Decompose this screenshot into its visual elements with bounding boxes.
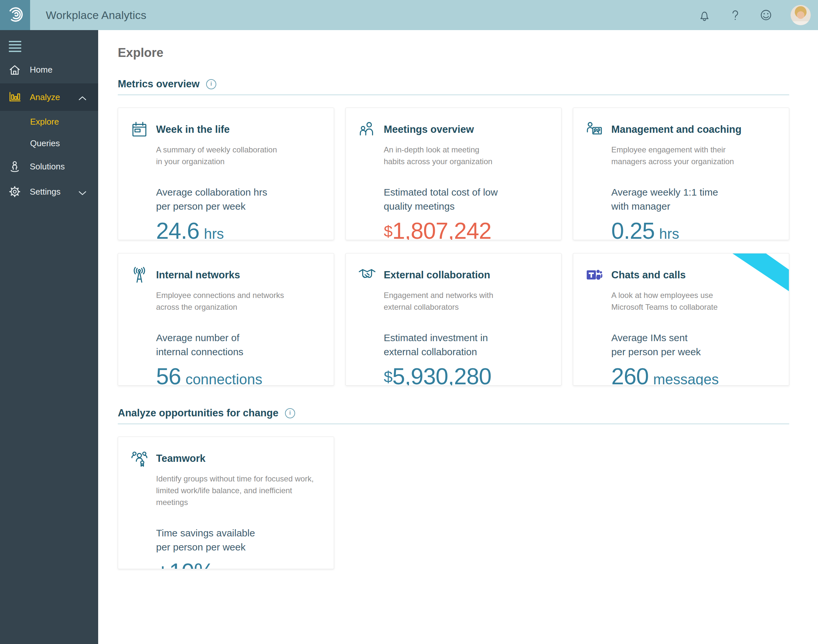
metric-number: 56 xyxy=(156,364,181,386)
meetings-people-icon xyxy=(358,121,384,140)
card-title: Internal networks xyxy=(156,267,321,285)
metric-unit: messages xyxy=(653,371,719,386)
card-chats-and-calls[interactable]: Chats and calls A look at how employees … xyxy=(573,253,789,386)
metric-label: Average weekly 1:1 time with manager xyxy=(611,185,776,213)
home-icon xyxy=(9,64,21,75)
calendar-icon xyxy=(130,121,156,140)
card-description: Engagement and networks with external co… xyxy=(384,290,548,313)
app-logo[interactable] xyxy=(0,0,30,30)
help-icon[interactable] xyxy=(729,9,741,21)
user-avatar[interactable] xyxy=(790,5,811,25)
card-external-collaboration[interactable]: External collaboration Engagement and ne… xyxy=(345,253,562,386)
card-management-and-coaching[interactable]: Management and coaching Employee engagem… xyxy=(573,107,789,240)
metric-label: Average IMs sent per person per week xyxy=(611,331,776,359)
card-title: Teamwork xyxy=(156,450,321,469)
management-coaching-icon xyxy=(586,121,611,140)
solutions-icon xyxy=(9,161,21,172)
card-meetings-overview[interactable]: Meetings overview An in-depth look at me… xyxy=(345,107,562,240)
smiley-feedback-icon[interactable] xyxy=(760,9,772,21)
metric-value: 56connections xyxy=(156,363,321,386)
card-title: Chats and calls xyxy=(611,267,776,285)
teamwork-icon xyxy=(130,450,156,469)
topbar-actions xyxy=(698,5,818,25)
sidebar-nav: Home Analyze Explore Queries Solutions xyxy=(0,56,98,204)
sidebar-item-explore[interactable]: Explore xyxy=(0,111,98,132)
sidebar-item-label: Solutions xyxy=(30,162,65,172)
sidebar-item-analyze[interactable]: Analyze xyxy=(0,83,98,111)
sidebar-item-label: Queries xyxy=(30,138,60,149)
info-icon[interactable] xyxy=(285,408,295,418)
sidebar-item-label: Explore xyxy=(30,117,59,127)
currency-symbol: $ xyxy=(384,222,392,240)
metric-number: 260 xyxy=(611,364,649,386)
top-bar: Workplace Analytics xyxy=(0,0,818,30)
chevron-up-icon[interactable] xyxy=(78,94,87,100)
sidebar-item-settings[interactable]: Settings xyxy=(0,179,98,204)
currency-symbol: $ xyxy=(384,368,392,386)
card-description: An in-depth look at meeting habits acros… xyxy=(384,144,548,167)
section-divider xyxy=(118,95,789,95)
metrics-section: Metrics overview Week in the life A summ… xyxy=(118,78,789,386)
card-week-in-the-life[interactable]: Week in the life A summary of weekly col… xyxy=(118,107,334,240)
chevron-down-icon[interactable] xyxy=(78,189,87,195)
sidebar-item-label: Analyze xyxy=(30,92,60,103)
sidebar-item-home[interactable]: Home xyxy=(0,56,98,83)
sidebar-item-label: Settings xyxy=(30,187,61,197)
section-divider xyxy=(118,423,789,424)
metric-value: $1,807,242 xyxy=(384,218,548,240)
metric-label: Estimated total cost of low quality meet… xyxy=(384,185,548,213)
metric-number: 1,807,242 xyxy=(392,218,491,240)
workplace-analytics-logo-icon xyxy=(6,5,24,25)
metric-label: Average collaboration hrs per person per… xyxy=(156,185,321,213)
hamburger-menu-icon[interactable] xyxy=(9,41,21,52)
metric-value: 24.6hrs xyxy=(156,218,321,240)
analyze-bar-chart-icon xyxy=(9,91,21,103)
info-icon[interactable] xyxy=(206,79,216,89)
metric-number: 0.25 xyxy=(611,218,654,240)
metric-value: +10% xyxy=(156,559,321,569)
metric-number: 5,930,280 xyxy=(392,364,491,386)
card-internal-networks[interactable]: Internal networks Employee connections a… xyxy=(118,253,334,386)
card-teamwork[interactable]: Teamwork Identify groups without time fo… xyxy=(118,437,334,569)
card-description: A summary of weekly collaboration in you… xyxy=(156,144,321,167)
sidebar: Home Analyze Explore Queries Solutions xyxy=(0,30,98,644)
card-title: Meetings overview xyxy=(384,121,548,140)
card-description: Identify groups without time for focused… xyxy=(156,473,321,508)
metric-label: Estimated investment in external collabo… xyxy=(384,331,548,359)
metric-number: +10% xyxy=(156,559,214,569)
sidebar-item-label: Home xyxy=(30,65,52,75)
metric-label: Time savings available per person per we… xyxy=(156,526,321,554)
card-title: External collaboration xyxy=(384,267,548,285)
gear-icon xyxy=(9,186,21,198)
metric-value: 260messages xyxy=(611,363,776,386)
card-title: Week in the life xyxy=(156,121,321,140)
card-description: Employee connections and networks across… xyxy=(156,290,321,313)
network-tower-icon xyxy=(130,267,156,285)
metric-number: 24.6 xyxy=(156,218,199,240)
metric-value: $5,930,280 xyxy=(384,363,548,386)
card-description: A look at how employees use Microsoft Te… xyxy=(611,290,776,313)
handshake-icon xyxy=(358,267,384,285)
sidebar-item-solutions[interactable]: Solutions xyxy=(0,154,98,179)
metric-value: 0.25hrs xyxy=(611,218,776,240)
metric-unit: hrs xyxy=(659,226,679,240)
section-heading: Analyze opportunities for change xyxy=(118,407,278,419)
sidebar-item-queries[interactable]: Queries xyxy=(0,132,98,154)
card-title: Management and coaching xyxy=(611,121,776,140)
metrics-section: Analyze opportunities for change Teamwor… xyxy=(118,407,789,569)
card-description: Employee engagement with their managers … xyxy=(611,144,776,167)
metric-unit: connections xyxy=(186,371,262,386)
app-title: Workplace Analytics xyxy=(46,9,146,21)
teams-logo-icon xyxy=(586,267,611,285)
bell-icon[interactable] xyxy=(698,9,711,21)
metric-label: Average number of internal connections xyxy=(156,331,321,359)
page-title: Explore xyxy=(118,46,789,60)
main-content: Explore Metrics overview Week in the lif… xyxy=(98,30,818,644)
section-heading: Metrics overview xyxy=(118,78,200,90)
metric-unit: hrs xyxy=(204,226,224,240)
card-grid: Teamwork Identify groups without time fo… xyxy=(118,437,789,569)
card-grid: Week in the life A summary of weekly col… xyxy=(118,107,789,386)
